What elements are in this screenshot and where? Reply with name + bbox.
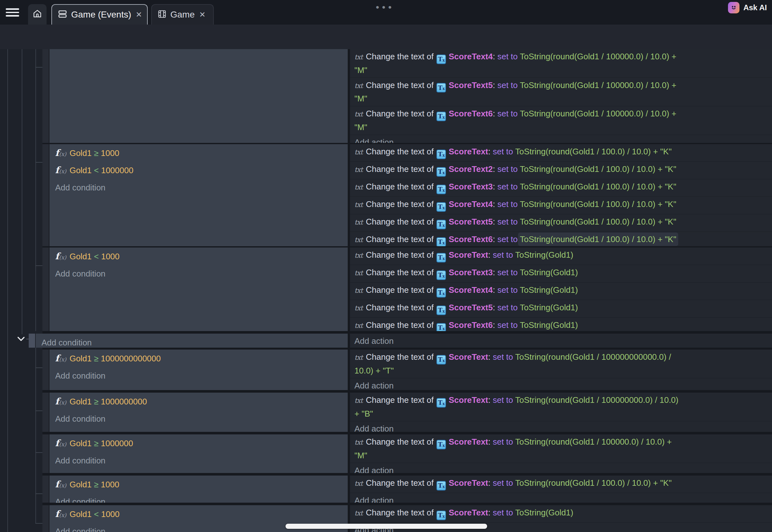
event-block[interactable]: f(x)Gold1 ≥ 1000000000Add conditiontxtCh… xyxy=(42,393,772,432)
condition-operator: < xyxy=(94,166,99,175)
action-text: Change the text of xyxy=(366,109,436,118)
event-gutter[interactable] xyxy=(42,350,49,390)
tab-game-scene[interactable]: Game ✕ xyxy=(151,4,214,25)
add-condition-button[interactable]: Add condition xyxy=(49,494,348,503)
add-condition-button[interactable]: Add condition xyxy=(49,368,348,386)
action-row[interactable]: txtChange the text of TxScoreText5: set … xyxy=(350,214,772,232)
ask-ai-button[interactable]: Ask AI xyxy=(728,2,767,13)
actions-cell: txtChange the text of TxScoreText: set t… xyxy=(350,248,772,331)
object-name: ScoreText5 xyxy=(449,80,493,90)
expression: ToString(round(Gold1 / 100.0) / 10.0) + … xyxy=(515,478,672,488)
collapse-event-chevron-icon[interactable] xyxy=(17,336,26,343)
condition-row[interactable]: f(x)Gold1 ≥ 1000000000 xyxy=(49,394,348,411)
action-row[interactable]: txtChange the text of TxScoreText3: set … xyxy=(350,179,772,197)
expression: ToString(round(Gold1 / 100.0) / 10.0) + … xyxy=(520,217,676,226)
main-menu-icon[interactable] xyxy=(5,6,20,18)
add-condition-button[interactable]: Add condition xyxy=(49,411,348,429)
condition-variable: Gold1 xyxy=(70,252,94,261)
action-row[interactable]: txtChange the text of TxScoreText6: set … xyxy=(350,106,772,135)
event-block[interactable]: f(x)Gold1 ≥ 1000f(x)Gold1 < 1000000Add c… xyxy=(42,144,772,246)
action-row[interactable]: txtChange the text of TxScoreText5: set … xyxy=(350,78,772,107)
event-block[interactable]: f(x)Gold1 < 1000Add conditiontxtChange t… xyxy=(42,248,772,331)
action-row[interactable]: txtChange the text of TxScoreText5: set … xyxy=(350,300,772,318)
action-row[interactable]: txtChange the text of TxScoreText: set t… xyxy=(350,393,772,421)
action-row[interactable]: txtChange the text of TxScoreText6: set … xyxy=(350,318,772,331)
condition-row[interactable]: f(x)Gold1 ≥ 1000 xyxy=(49,146,348,163)
action-row[interactable]: txtChange the text of TxScoreText: set t… xyxy=(350,476,772,493)
set-to-keyword: set to xyxy=(493,250,515,260)
event-block[interactable]: f(x)Gold1 ≥ 1000000000000Add conditiontx… xyxy=(42,350,772,390)
add-condition-button[interactable]: Add condition xyxy=(36,335,348,348)
action-row[interactable]: txtChange the text of TxScoreText4: set … xyxy=(350,283,772,300)
text-action-icon: txt xyxy=(354,397,363,404)
add-condition-button[interactable]: Add condition xyxy=(49,453,348,470)
add-action-button[interactable]: Add action xyxy=(350,493,772,503)
event-gutter[interactable] xyxy=(42,144,49,246)
add-action-button[interactable]: Add action xyxy=(350,378,772,390)
action-text: : xyxy=(488,352,493,362)
action-text: Change the text of xyxy=(366,199,436,209)
toolbar: Preview Share xyxy=(0,25,772,49)
condition-row[interactable]: f(x)Gold1 ≥ 1000000000000 xyxy=(49,351,348,368)
action-row[interactable]: txtChange the text of TxScoreText6: set … xyxy=(350,232,772,246)
condition-row[interactable]: f(x)Gold1 < 1000000 xyxy=(49,163,348,180)
window-drag-handle-icon[interactable]: ••• xyxy=(376,2,395,13)
horizontal-scrollbar[interactable] xyxy=(286,524,487,529)
event-gutter[interactable] xyxy=(42,49,49,143)
action-row[interactable]: txtChange the text of TxScoreText: set t… xyxy=(350,248,772,265)
actions-cell: txtChange the text of TxScoreText: set t… xyxy=(350,393,772,432)
condition-row[interactable]: f(x)Gold1 ≥ 1000 xyxy=(49,477,348,494)
actions-cell: Add action xyxy=(350,334,772,348)
object-name: ScoreText5 xyxy=(449,303,493,312)
set-to-keyword: set to xyxy=(497,217,520,226)
action-row[interactable]: txtChange the text of TxScoreText: set t… xyxy=(350,350,772,378)
tab-home[interactable] xyxy=(28,4,47,25)
text-action-icon: txt xyxy=(354,480,363,487)
action-text: Change the text of xyxy=(366,147,436,156)
condition-value: 1000000000000 xyxy=(99,354,161,363)
condition-operator: < xyxy=(94,252,99,261)
condition-row[interactable]: f(x)Gold1 < 1000 xyxy=(49,249,348,266)
text-object-icon: Tx xyxy=(436,83,446,92)
add-action-button[interactable]: Add action xyxy=(350,463,772,473)
event-block[interactable]: txtChange the text of TxScoreText4: set … xyxy=(42,49,772,143)
ask-ai-label: Ask AI xyxy=(743,3,767,12)
action-row[interactable]: txtChange the text of TxScoreText: set t… xyxy=(350,505,772,523)
add-condition-button[interactable]: Add condition xyxy=(49,180,348,197)
tab-bar: Game (Events) ✕ Game ✕ ••• Ask AI xyxy=(0,0,772,25)
action-row[interactable]: txtChange the text of TxScoreText: set t… xyxy=(350,434,772,463)
actions-cell: txtChange the text of TxScoreText: set t… xyxy=(350,434,772,473)
add-action-button[interactable]: Add action xyxy=(350,135,772,143)
action-text: : xyxy=(488,437,493,447)
tab-game-events[interactable]: Game (Events) ✕ xyxy=(51,4,148,25)
add-action-button[interactable]: Add action xyxy=(350,334,772,348)
close-tab-icon[interactable]: ✕ xyxy=(136,10,142,19)
event-block[interactable]: Add conditionAdd action xyxy=(29,334,772,348)
object-name: ScoreText xyxy=(449,437,488,447)
action-row[interactable]: txtChange the text of TxScoreText4: set … xyxy=(350,49,772,78)
event-block[interactable]: f(x)Gold1 ≥ 1000Add conditiontxtChange t… xyxy=(42,476,772,503)
condition-value: 1000000 xyxy=(99,439,133,448)
condition-row[interactable]: f(x)Gold1 ≥ 1000000 xyxy=(49,436,348,453)
condition-operator: < xyxy=(94,509,99,519)
object-name: ScoreText4 xyxy=(449,285,493,295)
action-row[interactable]: txtChange the text of TxScoreText4: set … xyxy=(350,197,772,214)
event-drag-handle[interactable] xyxy=(29,334,35,348)
event-gutter[interactable] xyxy=(42,476,49,503)
condition-operator: ≥ xyxy=(94,439,99,448)
action-row[interactable]: txtChange the text of TxScoreText2: set … xyxy=(350,162,772,179)
text-object-icon: Tx xyxy=(436,398,446,408)
event-block[interactable]: f(x)Gold1 ≥ 1000000Add conditiontxtChang… xyxy=(42,434,772,473)
action-row[interactable]: txtChange the text of TxScoreText3: set … xyxy=(350,265,772,283)
close-tab-icon[interactable]: ✕ xyxy=(199,10,205,19)
event-gutter[interactable] xyxy=(42,505,49,532)
condition-row[interactable]: f(x)Gold1 < 1000 xyxy=(49,507,348,524)
text-object-icon: Tx xyxy=(436,220,446,229)
action-text: : xyxy=(488,478,493,488)
event-gutter[interactable] xyxy=(42,434,49,473)
add-action-button[interactable]: Add action xyxy=(350,421,772,432)
action-row[interactable]: txtChange the text of TxScoreText: set t… xyxy=(350,144,772,162)
add-condition-button[interactable]: Add condition xyxy=(49,266,348,284)
event-gutter[interactable] xyxy=(42,248,49,331)
event-gutter[interactable] xyxy=(42,393,49,432)
